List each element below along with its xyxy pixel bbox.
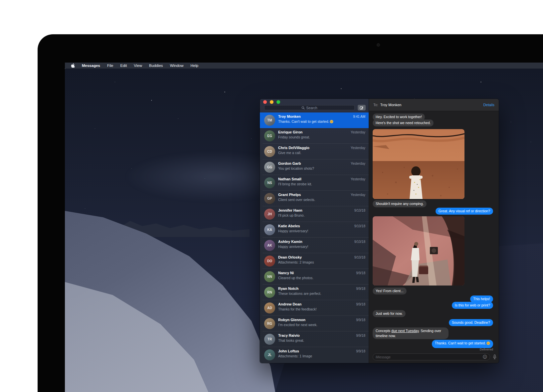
- conversation-date: Yesterday: [351, 162, 365, 165]
- conversation-katie-abeles[interactable]: KA Katie Abeles Happy anniversary! 9/10/…: [260, 222, 369, 238]
- conversation-tracy-raivio[interactable]: TR Tracy Raivio That looks great. 9/9/18: [260, 331, 369, 347]
- sent-message: This helps!: [470, 295, 493, 302]
- minimize-button[interactable]: [270, 100, 273, 104]
- menu-view[interactable]: View: [134, 64, 142, 68]
- contact-name: Tracy Raivio: [278, 333, 300, 337]
- compose-button[interactable]: [358, 105, 366, 110]
- message-preview: I'll bring the strobe kit.: [278, 182, 349, 186]
- conversation-john-loftus[interactable]: JL John Loftus Attachments: 1 Image 9/9/…: [260, 347, 369, 363]
- contact-name: Nathan Small: [278, 177, 301, 181]
- sent-message: Sounds good. Deadline?: [449, 319, 493, 326]
- imessage-placeholder: iMessage: [376, 355, 391, 359]
- conversation-date: 9/9/18: [356, 334, 365, 337]
- conversation-date: 9/9/18: [356, 318, 365, 322]
- conversation-robyn-glennon[interactable]: RG Robyn Glennon I'm excited for next we…: [260, 316, 369, 331]
- conversation-date: 9/9/18: [356, 302, 365, 306]
- dictation-mic-button[interactable]: [493, 354, 496, 360]
- received-message: Shouldn't require any comping.: [373, 200, 427, 207]
- conversation-dean-orlosky[interactable]: DO Dean Orlosky Attachments: 2 Images 9/…: [260, 253, 369, 269]
- message-preview: Friday sounds great.: [278, 135, 349, 139]
- conversation-nathan-small[interactable]: NS Nathan Small I'll bring the strobe ki…: [260, 175, 369, 191]
- avatar: CD: [264, 146, 275, 157]
- received-message: Concepts due next Tuesday. Sending over …: [373, 327, 449, 339]
- details-button[interactable]: Details: [483, 103, 494, 107]
- contact-name: Jennifer Haen: [278, 208, 302, 212]
- conversation-date: 9:41 AM: [353, 115, 365, 118]
- menu-app-name[interactable]: Messages: [82, 64, 100, 68]
- date-detector-link[interactable]: due next Tuesday: [391, 329, 419, 333]
- message-preview: Attachments: 2 Images: [278, 260, 349, 264]
- conversation-ashley-kamin[interactable]: AK Ashley Kamin Happy anniversary! 9/10/…: [260, 238, 369, 253]
- conversation-date: Yesterday: [351, 177, 365, 181]
- menu-edit[interactable]: Edit: [120, 64, 127, 68]
- received-message: Here's the shot we need retouched.: [373, 119, 434, 126]
- avatar: NS: [264, 177, 275, 188]
- avatar: AD: [264, 302, 275, 313]
- search-input[interactable]: Search: [264, 105, 355, 110]
- avatar: JL: [264, 349, 275, 360]
- close-button[interactable]: [263, 100, 267, 104]
- sent-message: Thanks. Can't wait to get started.😊: [432, 340, 493, 348]
- menu-help[interactable]: Help: [191, 64, 199, 68]
- received-message: Yes! From client...: [373, 288, 407, 294]
- conversation-ryan-notch[interactable]: RN Ryan Notch These locations are perfec…: [260, 285, 369, 300]
- conversation-andrew-dean[interactable]: AD Andrew Dean Thanks for the feedback! …: [260, 300, 369, 316]
- menu-buddies[interactable]: Buddies: [149, 64, 163, 68]
- message-preview: I'll pick up Bruno.: [278, 213, 349, 217]
- conversation-date: Yesterday: [351, 130, 365, 134]
- avatar: TM: [264, 115, 275, 126]
- avatar: TR: [264, 334, 275, 345]
- conversation-date: 9/10/18: [354, 256, 365, 259]
- message-preview: Attachments: 1 Image: [278, 354, 349, 358]
- message-preview: These locations are perfect.: [278, 292, 349, 295]
- emoji-picker-button[interactable]: ☺: [482, 355, 487, 359]
- contact-name: Grant Phelps: [278, 193, 301, 197]
- avatar: EG: [264, 130, 275, 141]
- contact-name: Nancy Ni: [278, 271, 294, 275]
- conversation-date: 9/9/18: [356, 271, 365, 275]
- imessage-input[interactable]: iMessage ☺: [373, 353, 490, 360]
- contact-name: Dean Orlosky: [278, 255, 302, 259]
- conversation-date: Yesterday: [351, 193, 365, 197]
- apple-menu-icon[interactable]: [71, 63, 75, 68]
- conversation-enrique-giron[interactable]: EG Enrique Giron Friday sounds great. Ye…: [260, 128, 369, 144]
- zoom-button[interactable]: [276, 100, 280, 104]
- conversation-gordon-garb[interactable]: GG Gordon Garb You get location shots? Y…: [260, 159, 369, 175]
- delivered-status: Delivered: [480, 347, 493, 351]
- photo-attachment-alley[interactable]: [373, 216, 464, 286]
- to-label: To:: [373, 103, 378, 107]
- conversation-list: TM Troy Monken Thanks. Can't wait to get…: [260, 112, 369, 363]
- message-preview: Cleared up the photos.: [278, 276, 349, 280]
- conversation-date: 9/10/18: [354, 209, 365, 212]
- contact-name: Chris DelVillaggio: [278, 146, 309, 150]
- menu-bar: Messages File Edit View Buddies Window H…: [65, 63, 543, 69]
- conversation-jennifer-haen[interactable]: JH Jennifer Haen I'll pick up Bruno. 9/1…: [260, 206, 369, 222]
- menu-file[interactable]: File: [107, 64, 113, 68]
- message-preview: Happy anniversary!: [278, 229, 349, 233]
- contact-name: Enrique Giron: [278, 130, 302, 134]
- stars: [65, 69, 65, 69]
- message-preview: I'm excited for next week.: [278, 323, 349, 327]
- avatar: GG: [264, 162, 275, 173]
- conversation-sidebar: Search TM Troy Monken Thanks. Can't wait…: [260, 99, 369, 363]
- avatar: NN: [264, 271, 275, 282]
- conversation-chris-delvillaggio[interactable]: CD Chris DelVillaggio Give me a call. Ye…: [260, 144, 369, 159]
- conversation-nancy-ni[interactable]: NN Nancy Ni Cleared up the photos. 9/9/1…: [260, 269, 369, 285]
- compose-icon: [360, 106, 364, 110]
- photo-attachment-wall[interactable]: [373, 129, 464, 199]
- smiley-emoji-icon: [486, 341, 490, 345]
- chat-pane: To: Troy Monken Details Hey. Excited to …: [369, 99, 499, 363]
- contact-name: John Loftus: [278, 349, 299, 353]
- contact-name: Robyn Glennon: [278, 318, 305, 322]
- messages-window: Search TM Troy Monken Thanks. Can't wait…: [260, 99, 499, 363]
- search-icon: [301, 106, 305, 109]
- conversation-troy-monken[interactable]: TM Troy Monken Thanks. Can't wait to get…: [260, 112, 369, 128]
- contact-name: Ryan Notch: [278, 287, 298, 291]
- conversation-grant-phelps[interactable]: GP Grant Phelps Client sent over selects…: [260, 191, 369, 206]
- conversation-date: 9/10/18: [354, 224, 365, 228]
- chat-contact-name: Troy Monken: [380, 103, 402, 107]
- conversation-date: 9/10/18: [354, 240, 365, 244]
- sent-message: Great. Any visual ref or direction?: [436, 208, 493, 215]
- contact-name: Katie Abeles: [278, 224, 300, 228]
- menu-window[interactable]: Window: [170, 64, 184, 68]
